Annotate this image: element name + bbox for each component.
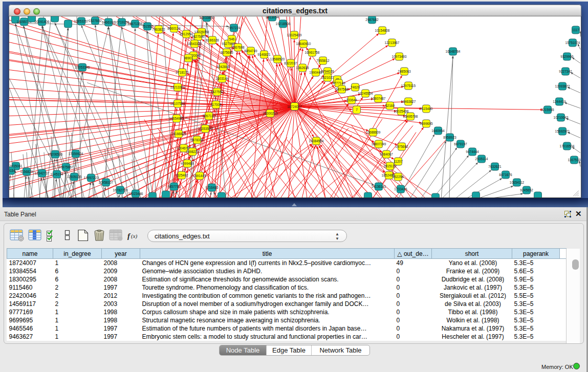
- svg-text:6794028: 6794028: [321, 70, 334, 73]
- svg-text:1117: 1117: [572, 28, 579, 32]
- svg-text:19463627: 19463627: [401, 100, 416, 103]
- svg-text:16033809: 16033809: [200, 16, 214, 19]
- svg-text:9245652: 9245652: [520, 188, 533, 192]
- svg-text:6679197: 6679197: [454, 142, 467, 146]
- svg-text:19218506: 19218506: [276, 22, 291, 26]
- svg-text:15495798: 15495798: [403, 115, 418, 118]
- svg-text:1621023: 1621023: [321, 76, 334, 79]
- svg-text:10853267: 10853267: [74, 19, 89, 23]
- svg-text:7: 7: [356, 108, 358, 112]
- svg-text:7955812: 7955812: [316, 59, 330, 62]
- svg-text:17359924: 17359924: [69, 152, 83, 156]
- svg-text:7957224: 7957224: [227, 26, 241, 30]
- svg-text:3215955: 3215955: [541, 108, 554, 112]
- svg-text:4099489: 4099489: [181, 162, 194, 165]
- svg-text:17016504: 17016504: [560, 144, 575, 148]
- svg-text:12505135: 12505135: [67, 175, 82, 179]
- svg-text:13588520: 13588520: [270, 57, 285, 61]
- svg-text:39154: 39154: [9, 169, 15, 172]
- svg-text:9716485: 9716485: [205, 186, 219, 189]
- svg-text:9242848: 9242848: [216, 65, 230, 69]
- svg-text:8471676: 8471676: [499, 173, 512, 177]
- svg-text:12213967: 12213967: [385, 41, 400, 45]
- svg-text:5878334: 5878334: [190, 138, 204, 142]
- svg-text:751552: 751552: [142, 25, 153, 28]
- svg-text:9227342: 9227342: [559, 70, 572, 73]
- svg-text:f: f: [127, 232, 131, 240]
- svg-text:18807249: 18807249: [372, 142, 386, 146]
- svg-text:9699695: 9699695: [420, 122, 433, 125]
- svg-text:9115460: 9115460: [420, 107, 433, 111]
- svg-text:9084067: 9084067: [380, 152, 393, 156]
- svg-text:1167533: 1167533: [568, 158, 581, 162]
- svg-text:10025438: 10025438: [394, 110, 409, 113]
- svg-text:117004: 117004: [210, 103, 222, 106]
- svg-text:10807487: 10807487: [371, 97, 386, 100]
- svg-text:18640910: 18640910: [296, 42, 311, 46]
- svg-text:9329966: 9329966: [560, 55, 574, 58]
- svg-text:1990448: 1990448: [309, 71, 322, 74]
- svg-text:2935114: 2935114: [475, 157, 488, 161]
- svg-text:8958923: 8958923: [443, 136, 456, 139]
- svg-text:20053346: 20053346: [75, 65, 90, 69]
- svg-text:1975692: 1975692: [395, 145, 408, 148]
- svg-text:9777149: 9777149: [332, 81, 345, 85]
- svg-text:6466160: 6466160: [102, 20, 115, 24]
- svg-text:2718170: 2718170: [176, 71, 189, 74]
- svg-text:12213309: 12213309: [170, 85, 185, 89]
- svg-text:13325419: 13325419: [287, 33, 302, 37]
- svg-text:17957223: 17957223: [84, 176, 99, 180]
- svg-text:12975115: 12975115: [401, 84, 416, 87]
- svg-text:8427552: 8427552: [210, 90, 224, 94]
- svg-text:10154808: 10154808: [375, 29, 390, 32]
- svg-text:25300213: 25300213: [263, 112, 278, 115]
- svg-text:16107553: 16107553: [170, 102, 185, 105]
- svg-text:1691445: 1691445: [193, 174, 206, 178]
- svg-text:1145194: 1145194: [51, 172, 63, 176]
- svg-text:10958107: 10958107: [99, 181, 114, 184]
- svg-text:10975867: 10975867: [59, 165, 74, 169]
- svg-text:546: 546: [229, 37, 235, 41]
- svg-text:1362635: 1362635: [296, 66, 309, 70]
- svg-text:233644: 233644: [346, 98, 357, 102]
- svg-text:8186328: 8186328: [206, 38, 219, 42]
- svg-text:8813054: 8813054: [266, 16, 279, 19]
- svg-text:10654985: 10654985: [169, 117, 184, 120]
- svg-text:74620: 74620: [351, 85, 360, 89]
- svg-text:62160: 62160: [385, 104, 395, 107]
- svg-text:6497568: 6497568: [335, 87, 349, 91]
- svg-text:16648784: 16648784: [446, 50, 461, 53]
- svg-text:10719155: 10719155: [115, 20, 129, 24]
- svg-text:7625402: 7625402: [175, 173, 188, 177]
- svg-text:3267110: 3267110: [203, 114, 215, 118]
- svg-text:10654112: 10654112: [510, 181, 525, 184]
- svg-text:7632621: 7632621: [488, 165, 502, 168]
- svg-text:7463822: 7463822: [152, 28, 165, 31]
- svg-text:3675685: 3675685: [220, 51, 233, 54]
- svg-text:20206536: 20206536: [48, 152, 63, 156]
- svg-text:9474444: 9474444: [466, 150, 479, 154]
- svg-text:1733426: 1733426: [394, 187, 407, 191]
- svg-text:7485063: 7485063: [398, 70, 411, 73]
- svg-text:8454749: 8454749: [244, 49, 257, 53]
- svg-text:16961758: 16961758: [305, 51, 320, 54]
- svg-text:12023446: 12023446: [128, 192, 143, 195]
- svg-text:19384554: 19384554: [309, 139, 324, 143]
- svg-text:9457791: 9457791: [167, 185, 181, 188]
- svg-text:15751074: 15751074: [565, 41, 580, 45]
- svg-text:16782759: 16782759: [113, 188, 128, 192]
- svg-text:10688609: 10688609: [366, 130, 381, 134]
- svg-text:2603144: 2603144: [215, 77, 229, 80]
- svg-text:(x): (x): [131, 233, 138, 239]
- svg-text:1640954: 1640954: [431, 129, 445, 133]
- svg-text:19166825: 19166825: [171, 132, 186, 136]
- svg-text:12093872: 12093872: [555, 84, 570, 88]
- svg-text:1244419: 1244419: [553, 100, 566, 103]
- svg-text:2987682: 2987682: [365, 18, 379, 21]
- svg-text:3498222: 3498222: [186, 150, 199, 154]
- svg-text:98901: 98901: [184, 56, 193, 60]
- svg-text:9827500: 9827500: [191, 35, 205, 38]
- svg-text:15692971: 15692971: [555, 129, 570, 133]
- svg-text:1815132: 1815132: [383, 164, 397, 168]
- svg-text:1156829: 1156829: [20, 170, 33, 173]
